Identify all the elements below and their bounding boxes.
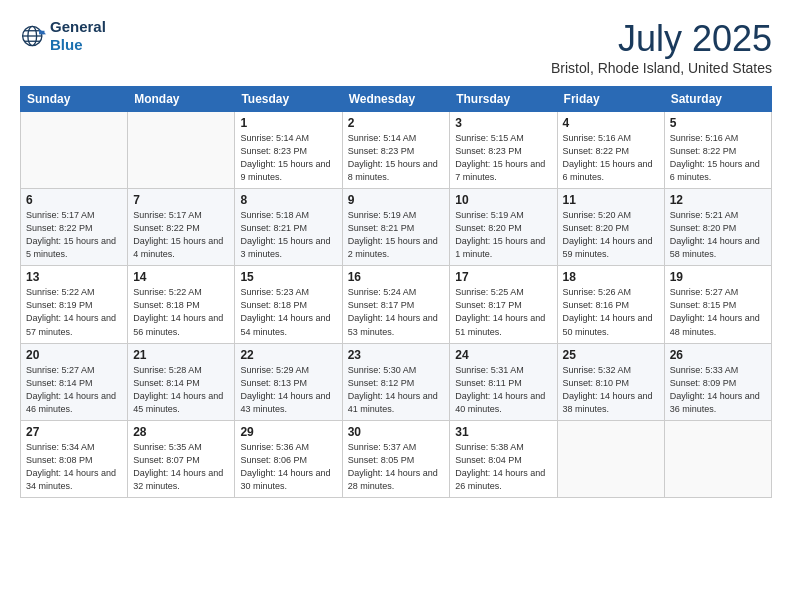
calendar-cell: 18Sunrise: 5:26 AMSunset: 8:16 PMDayligh… xyxy=(557,266,664,343)
day-number: 15 xyxy=(240,270,336,284)
calendar-header-friday: Friday xyxy=(557,87,664,112)
day-number: 13 xyxy=(26,270,122,284)
day-number: 30 xyxy=(348,425,445,439)
calendar-cell: 15Sunrise: 5:23 AMSunset: 8:18 PMDayligh… xyxy=(235,266,342,343)
day-info: Sunrise: 5:19 AMSunset: 8:21 PMDaylight:… xyxy=(348,209,445,261)
calendar-header-saturday: Saturday xyxy=(664,87,771,112)
calendar-week-row: 20Sunrise: 5:27 AMSunset: 8:14 PMDayligh… xyxy=(21,343,772,420)
day-info: Sunrise: 5:29 AMSunset: 8:13 PMDaylight:… xyxy=(240,364,336,416)
calendar-cell: 10Sunrise: 5:19 AMSunset: 8:20 PMDayligh… xyxy=(450,189,557,266)
day-info: Sunrise: 5:20 AMSunset: 8:20 PMDaylight:… xyxy=(563,209,659,261)
calendar-cell: 19Sunrise: 5:27 AMSunset: 8:15 PMDayligh… xyxy=(664,266,771,343)
day-info: Sunrise: 5:36 AMSunset: 8:06 PMDaylight:… xyxy=(240,441,336,493)
header: General Blue July 2025 Bristol, Rhode Is… xyxy=(20,18,772,76)
day-info: Sunrise: 5:18 AMSunset: 8:21 PMDaylight:… xyxy=(240,209,336,261)
day-info: Sunrise: 5:17 AMSunset: 8:22 PMDaylight:… xyxy=(133,209,229,261)
day-info: Sunrise: 5:25 AMSunset: 8:17 PMDaylight:… xyxy=(455,286,551,338)
day-number: 16 xyxy=(348,270,445,284)
calendar-cell: 1Sunrise: 5:14 AMSunset: 8:23 PMDaylight… xyxy=(235,112,342,189)
logo-icon xyxy=(20,22,48,50)
calendar-cell: 31Sunrise: 5:38 AMSunset: 8:04 PMDayligh… xyxy=(450,420,557,497)
day-number: 11 xyxy=(563,193,659,207)
calendar-cell xyxy=(21,112,128,189)
calendar-cell xyxy=(557,420,664,497)
day-info: Sunrise: 5:15 AMSunset: 8:23 PMDaylight:… xyxy=(455,132,551,184)
calendar-cell: 20Sunrise: 5:27 AMSunset: 8:14 PMDayligh… xyxy=(21,343,128,420)
day-number: 17 xyxy=(455,270,551,284)
day-info: Sunrise: 5:22 AMSunset: 8:19 PMDaylight:… xyxy=(26,286,122,338)
day-number: 21 xyxy=(133,348,229,362)
day-info: Sunrise: 5:33 AMSunset: 8:09 PMDaylight:… xyxy=(670,364,766,416)
calendar-cell: 29Sunrise: 5:36 AMSunset: 8:06 PMDayligh… xyxy=(235,420,342,497)
logo-line1: General xyxy=(50,18,106,35)
calendar-header-monday: Monday xyxy=(128,87,235,112)
calendar-cell: 5Sunrise: 5:16 AMSunset: 8:22 PMDaylight… xyxy=(664,112,771,189)
calendar-cell: 11Sunrise: 5:20 AMSunset: 8:20 PMDayligh… xyxy=(557,189,664,266)
day-info: Sunrise: 5:14 AMSunset: 8:23 PMDaylight:… xyxy=(348,132,445,184)
calendar-cell xyxy=(128,112,235,189)
logo-line2: Blue xyxy=(50,36,83,53)
day-number: 18 xyxy=(563,270,659,284)
day-number: 31 xyxy=(455,425,551,439)
calendar-cell: 24Sunrise: 5:31 AMSunset: 8:11 PMDayligh… xyxy=(450,343,557,420)
subtitle: Bristol, Rhode Island, United States xyxy=(551,60,772,76)
day-number: 3 xyxy=(455,116,551,130)
day-number: 7 xyxy=(133,193,229,207)
day-info: Sunrise: 5:27 AMSunset: 8:14 PMDaylight:… xyxy=(26,364,122,416)
calendar-cell: 17Sunrise: 5:25 AMSunset: 8:17 PMDayligh… xyxy=(450,266,557,343)
calendar-cell: 23Sunrise: 5:30 AMSunset: 8:12 PMDayligh… xyxy=(342,343,450,420)
calendar-cell: 13Sunrise: 5:22 AMSunset: 8:19 PMDayligh… xyxy=(21,266,128,343)
day-number: 10 xyxy=(455,193,551,207)
day-number: 26 xyxy=(670,348,766,362)
day-number: 5 xyxy=(670,116,766,130)
day-number: 2 xyxy=(348,116,445,130)
calendar-cell: 27Sunrise: 5:34 AMSunset: 8:08 PMDayligh… xyxy=(21,420,128,497)
day-number: 4 xyxy=(563,116,659,130)
day-info: Sunrise: 5:19 AMSunset: 8:20 PMDaylight:… xyxy=(455,209,551,261)
logo: General Blue xyxy=(20,18,106,54)
calendar-cell: 22Sunrise: 5:29 AMSunset: 8:13 PMDayligh… xyxy=(235,343,342,420)
day-info: Sunrise: 5:24 AMSunset: 8:17 PMDaylight:… xyxy=(348,286,445,338)
day-number: 1 xyxy=(240,116,336,130)
calendar-cell: 7Sunrise: 5:17 AMSunset: 8:22 PMDaylight… xyxy=(128,189,235,266)
day-info: Sunrise: 5:27 AMSunset: 8:15 PMDaylight:… xyxy=(670,286,766,338)
calendar-cell: 30Sunrise: 5:37 AMSunset: 8:05 PMDayligh… xyxy=(342,420,450,497)
day-number: 20 xyxy=(26,348,122,362)
svg-rect-7 xyxy=(39,31,44,35)
calendar-week-row: 1Sunrise: 5:14 AMSunset: 8:23 PMDaylight… xyxy=(21,112,772,189)
day-number: 29 xyxy=(240,425,336,439)
day-info: Sunrise: 5:31 AMSunset: 8:11 PMDaylight:… xyxy=(455,364,551,416)
calendar-table: SundayMondayTuesdayWednesdayThursdayFrid… xyxy=(20,86,772,498)
calendar-header-sunday: Sunday xyxy=(21,87,128,112)
day-number: 8 xyxy=(240,193,336,207)
day-info: Sunrise: 5:35 AMSunset: 8:07 PMDaylight:… xyxy=(133,441,229,493)
day-info: Sunrise: 5:14 AMSunset: 8:23 PMDaylight:… xyxy=(240,132,336,184)
calendar-cell: 14Sunrise: 5:22 AMSunset: 8:18 PMDayligh… xyxy=(128,266,235,343)
day-number: 19 xyxy=(670,270,766,284)
day-info: Sunrise: 5:16 AMSunset: 8:22 PMDaylight:… xyxy=(563,132,659,184)
day-number: 9 xyxy=(348,193,445,207)
calendar-cell: 3Sunrise: 5:15 AMSunset: 8:23 PMDaylight… xyxy=(450,112,557,189)
day-info: Sunrise: 5:37 AMSunset: 8:05 PMDaylight:… xyxy=(348,441,445,493)
calendar-cell: 6Sunrise: 5:17 AMSunset: 8:22 PMDaylight… xyxy=(21,189,128,266)
day-number: 25 xyxy=(563,348,659,362)
calendar-cell: 12Sunrise: 5:21 AMSunset: 8:20 PMDayligh… xyxy=(664,189,771,266)
logo-text: General Blue xyxy=(50,18,106,54)
calendar-header-row: SundayMondayTuesdayWednesdayThursdayFrid… xyxy=(21,87,772,112)
day-number: 27 xyxy=(26,425,122,439)
calendar-cell: 28Sunrise: 5:35 AMSunset: 8:07 PMDayligh… xyxy=(128,420,235,497)
calendar-cell: 4Sunrise: 5:16 AMSunset: 8:22 PMDaylight… xyxy=(557,112,664,189)
day-info: Sunrise: 5:28 AMSunset: 8:14 PMDaylight:… xyxy=(133,364,229,416)
calendar-cell: 16Sunrise: 5:24 AMSunset: 8:17 PMDayligh… xyxy=(342,266,450,343)
main-title: July 2025 xyxy=(551,18,772,60)
day-info: Sunrise: 5:38 AMSunset: 8:04 PMDaylight:… xyxy=(455,441,551,493)
calendar-cell: 21Sunrise: 5:28 AMSunset: 8:14 PMDayligh… xyxy=(128,343,235,420)
calendar-header-wednesday: Wednesday xyxy=(342,87,450,112)
page: General Blue July 2025 Bristol, Rhode Is… xyxy=(0,0,792,612)
day-info: Sunrise: 5:17 AMSunset: 8:22 PMDaylight:… xyxy=(26,209,122,261)
day-info: Sunrise: 5:23 AMSunset: 8:18 PMDaylight:… xyxy=(240,286,336,338)
day-info: Sunrise: 5:22 AMSunset: 8:18 PMDaylight:… xyxy=(133,286,229,338)
title-block: July 2025 Bristol, Rhode Island, United … xyxy=(551,18,772,76)
day-number: 24 xyxy=(455,348,551,362)
calendar-week-row: 13Sunrise: 5:22 AMSunset: 8:19 PMDayligh… xyxy=(21,266,772,343)
